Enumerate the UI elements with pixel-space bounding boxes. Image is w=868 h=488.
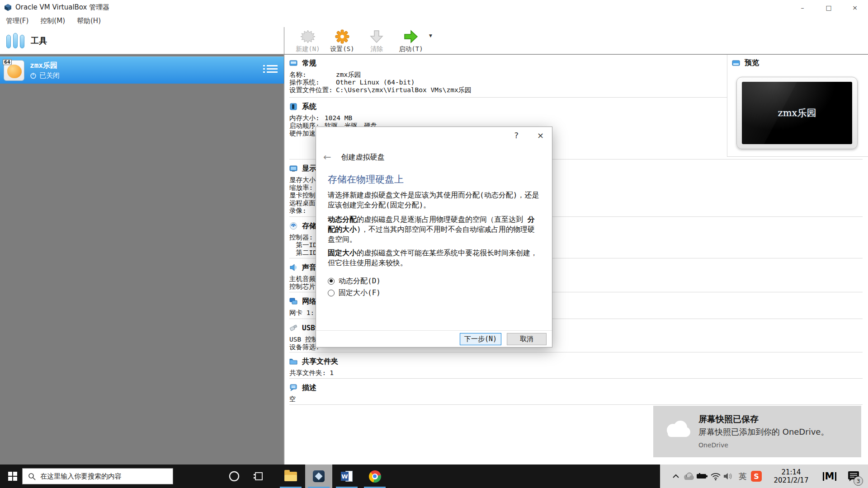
dialog-title: 创建虚拟硬盘	[341, 153, 385, 162]
vm-list-item[interactable]: 64 zmx乐园 已关闭	[0, 56, 284, 84]
maximize-button[interactable]: □	[816, 0, 842, 15]
notification-body: 屏幕快照已添加到你的 OneDrive。	[698, 427, 829, 437]
word-icon: W	[341, 470, 353, 482]
ime-language-button[interactable]: 英	[736, 465, 750, 488]
taskbar: W 英 S	[0, 465, 868, 488]
detail-row: 空	[289, 395, 863, 403]
action-center-button[interactable]: 3	[842, 465, 865, 488]
onedrive-notification[interactable]: 屏幕快照已保存 屏幕快照已添加到你的 OneDrive。 OneDrive	[653, 406, 861, 457]
preview-vm-name: zmx乐园	[778, 107, 816, 119]
radio-selected-icon[interactable]	[328, 278, 335, 285]
dialog-paragraph: 动态分配的虚拟磁盘只是逐渐占用物理硬盘的空间（直至达到 分配的大小)，不过当其内…	[328, 215, 541, 244]
dialog-body: 请选择新建虚拟硬盘文件是应该为其使用而分配(动态分配)，还是应该创建完全分配(固…	[328, 190, 541, 299]
display-icon	[289, 164, 297, 173]
start-dropdown-caret[interactable]: ▼	[429, 33, 432, 38]
virtualbox-icon	[313, 470, 325, 482]
notification-source: OneDrive	[698, 441, 829, 449]
sogou-icon: S	[751, 471, 762, 482]
search-icon	[28, 473, 36, 480]
window-title: Oracle VM VirtualBox 管理器	[15, 3, 109, 12]
dialog-back-icon[interactable]: ←	[323, 152, 331, 163]
discard-button[interactable]: 清除	[359, 27, 394, 53]
detail-row: 操作系统:Other Linux (64-bit)	[289, 79, 727, 86]
tray-expand-button[interactable]	[669, 465, 683, 488]
menubar: 管理(F) 控制(M) 帮助(H)	[0, 15, 868, 27]
radio-unselected-icon[interactable]	[328, 290, 335, 296]
cancel-button[interactable]: 取消	[507, 333, 547, 345]
cloud-icon	[683, 472, 694, 480]
dialog-help-button[interactable]: ?	[514, 131, 519, 140]
windows-logo-icon	[8, 472, 17, 481]
file-explorer-icon	[284, 472, 297, 481]
radio-fixed-size[interactable]: 固定大小(F)	[328, 287, 541, 299]
create-virtual-disk-dialog: ? × ← 创建虚拟硬盘 存储在物理硬盘上 请选择新建虚拟硬盘文件是应该为其使用…	[316, 127, 552, 347]
wifi-icon	[710, 472, 721, 480]
system-icon	[289, 103, 297, 111]
onedrive-tray-button[interactable]	[682, 465, 695, 488]
titlebar: Oracle VM VirtualBox 管理器 – □ ×	[0, 0, 868, 15]
ime-mode-button[interactable]: M	[821, 465, 839, 488]
taskbar-clock[interactable]: 21:14 2021/2/17	[766, 465, 816, 488]
chrome-app[interactable]	[361, 465, 388, 488]
dialog-footer: 下一步(N) 取消	[316, 330, 552, 347]
dialog-paragraph: 请选择新建虚拟硬盘文件是应该为其使用而分配(动态分配)，还是应该创建完全分配(固…	[328, 190, 541, 210]
menu-machine[interactable]: 控制(M)	[34, 15, 71, 27]
dialog-close-button[interactable]: ×	[537, 131, 544, 140]
ime-m-icon: M	[823, 472, 837, 481]
chrome-icon	[369, 470, 381, 483]
cortana-button[interactable]	[223, 465, 245, 488]
start-button[interactable]	[4, 465, 22, 488]
taskbar-search[interactable]	[22, 468, 173, 484]
preview-monitor[interactable]: zmx乐园	[736, 77, 858, 149]
audio-icon	[289, 263, 297, 272]
next-button[interactable]: 下一步(N)	[460, 333, 501, 345]
arch-badge: 64	[3, 59, 12, 65]
tools-row[interactable]: 工具	[0, 27, 284, 54]
vm-tools-menu-icon[interactable]	[267, 63, 278, 75]
detail-row: 设置文件位置:C:\Users\zmx\VirtualBox VMs\zmx乐园	[289, 86, 727, 94]
time-label: 21:14	[781, 468, 801, 476]
battery-tray-button[interactable]	[695, 465, 709, 488]
usb-icon	[289, 324, 297, 332]
power-icon	[30, 72, 37, 79]
preview-screen: zmx乐园	[742, 82, 852, 144]
notification-count-badge: 3	[854, 476, 863, 486]
shared-folders-icon	[289, 357, 297, 366]
menu-help[interactable]: 帮助(H)	[71, 15, 107, 27]
general-icon	[289, 59, 297, 67]
speaker-icon	[723, 472, 734, 480]
detail-row: 共享文件夹:1	[289, 369, 863, 377]
virtualbox-app[interactable]	[305, 465, 332, 488]
sogou-tray-button[interactable]: S	[750, 465, 763, 488]
preview-icon	[732, 59, 740, 67]
task-view-icon	[253, 471, 264, 482]
ime-english-label: 英	[739, 471, 747, 482]
storage-icon	[289, 222, 297, 230]
onedrive-cloud-icon	[663, 418, 692, 439]
word-app[interactable]: W	[333, 465, 360, 488]
virtualbox-logo-icon	[4, 4, 12, 11]
task-view-button[interactable]	[248, 465, 269, 488]
file-explorer-app[interactable]	[277, 465, 304, 488]
new-vm-icon	[301, 29, 315, 44]
minimize-button[interactable]: –	[789, 0, 816, 15]
volume-tray-button[interactable]	[722, 465, 735, 488]
menu-manage[interactable]: 管理(F)	[0, 15, 34, 27]
vm-state-label: 已关闭	[39, 71, 60, 80]
toolbar: 新建(N) 设置(S) 清除	[284, 27, 868, 54]
section-shared-folders: 共享文件夹 共享文件夹:1	[289, 353, 863, 379]
network-icon	[289, 297, 297, 305]
battery-icon	[696, 473, 708, 479]
start-icon	[404, 29, 418, 44]
search-input[interactable]	[40, 472, 173, 480]
date-label: 2021/2/17	[774, 476, 809, 484]
radio-dynamic-allocation[interactable]: 动态分配(D)	[328, 275, 541, 287]
new-vm-button[interactable]: 新建(N)	[291, 27, 325, 53]
preview-panel: 预览 zmx乐园	[727, 55, 868, 157]
detail-row: 名称:zmx乐园	[289, 71, 727, 79]
wifi-tray-button[interactable]	[709, 465, 722, 488]
dialog-paragraph: 固定大小的虚拟磁盘文件可能在某些系统中要花很长时间来创建，但它往往使用起来较快。	[328, 248, 541, 268]
close-button[interactable]: ×	[842, 0, 868, 15]
start-button[interactable]: 启动(T)	[394, 27, 428, 53]
settings-button[interactable]: 设置(S)	[325, 27, 359, 53]
